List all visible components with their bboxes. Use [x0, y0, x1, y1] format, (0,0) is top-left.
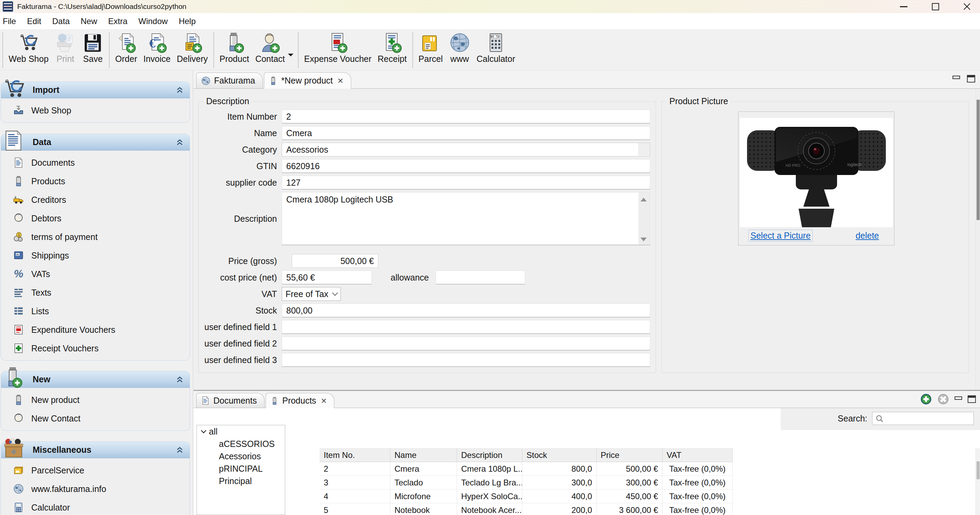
tab-close-icon[interactable]: ×	[338, 76, 343, 86]
tree-expand-chevron-icon[interactable]	[201, 428, 207, 434]
editor-scrollbar-thumb[interactable]	[977, 100, 980, 220]
order-button[interactable]: Order	[112, 30, 140, 65]
contact-button[interactable]: Contact	[252, 30, 288, 65]
window-close-button[interactable]	[956, 0, 978, 13]
gtin-field[interactable]	[282, 159, 650, 173]
collapse-chevron-icon[interactable]	[175, 86, 184, 94]
item-number-field[interactable]	[282, 110, 650, 123]
table-row[interactable]: 4 Microfone HyperX SoloCa... 400,0 450,0…	[320, 489, 975, 503]
sidebar-item-fakturama-info[interactable]: www.fakturama.info	[1, 480, 190, 498]
tree-item[interactable]: aCESSORIOS	[197, 438, 285, 450]
supplier-code-field[interactable]	[282, 176, 650, 190]
sidebar-item-documents[interactable]: Documents	[1, 153, 190, 172]
description-label: Description	[199, 192, 277, 245]
sidebar-header-miscellaneous[interactable]: Miscellaneous	[1, 442, 190, 458]
sidebar-item-products[interactable]: Products	[1, 172, 190, 190]
tree-item[interactable]: pRINCIPAL	[197, 462, 285, 475]
textarea-scrollbar[interactable]	[638, 193, 650, 244]
allowance-field[interactable]	[436, 271, 525, 284]
collapse-chevron-icon[interactable]	[175, 138, 184, 147]
tab-fakturama[interactable]: Fakturama	[196, 73, 263, 88]
sidebar-item-texts[interactable]: Texts	[1, 283, 190, 302]
vat-select[interactable]: Free of Tax	[282, 287, 341, 301]
menu-data[interactable]: Data	[47, 13, 75, 29]
product-bottle-icon	[269, 77, 278, 85]
panel-minimize-icon[interactable]	[955, 396, 962, 400]
floppy-icon	[82, 31, 103, 54]
tree-item[interactable]: Principal	[197, 475, 285, 487]
sidebar-item-terms-of-payment[interactable]: 1 terms of payment	[1, 228, 190, 246]
tab-new-product[interactable]: *New product ×	[264, 72, 351, 89]
tab-documents[interactable]: Documents	[196, 393, 264, 408]
allowance-label: allowance	[360, 271, 429, 284]
price-gross-field[interactable]	[292, 254, 378, 268]
collapse-chevron-icon[interactable]	[175, 446, 184, 454]
sidebar-header-import[interactable]: Import	[1, 82, 190, 98]
sidebar-item-shippings[interactable]: 80 Shippings	[1, 246, 190, 265]
sidebar-item-receipt-vouchers[interactable]: Receipt Vouchers	[1, 339, 190, 357]
udf2-field[interactable]	[282, 336, 650, 350]
parcel-button[interactable]: Parcel	[415, 30, 446, 65]
table-row[interactable]: 2 Cmera Cmera 1080p L... 800,0 500,00 € …	[320, 462, 975, 476]
sidebar-item-parcelservice[interactable]: ParcelService	[1, 461, 190, 480]
editor-minimize-icon[interactable]	[953, 76, 960, 79]
category-field[interactable]	[282, 143, 650, 156]
cost-price-field[interactable]	[282, 271, 372, 284]
tree-item-all[interactable]: all	[197, 425, 285, 438]
menu-new[interactable]: New	[75, 13, 103, 29]
sidebar-item-new-contact[interactable]: New Contact	[1, 409, 190, 428]
tree-item[interactable]: Acessorios	[197, 450, 285, 462]
editor-maximize-icon[interactable]	[967, 75, 975, 83]
sidebar-header-new[interactable]: New	[1, 371, 190, 388]
editor-scrollbar[interactable]	[975, 89, 980, 390]
sidebar-item-lists[interactable]: Lists	[1, 302, 190, 320]
search-input[interactable]	[872, 412, 974, 424]
menu-edit[interactable]: Edit	[22, 13, 47, 29]
sidebar-header-data[interactable]: Data	[1, 134, 190, 151]
name-field[interactable]	[282, 126, 650, 140]
delete-product-button[interactable]	[937, 393, 949, 405]
delivery-button[interactable]: Delivery	[173, 30, 211, 65]
sidebar-item-debtors[interactable]: Debtors	[1, 209, 190, 228]
stock-field[interactable]	[282, 304, 650, 317]
sidebar-item-new-product[interactable]: New product	[1, 391, 190, 409]
sidebar-item-calculator[interactable]: Calculator	[1, 498, 190, 515]
toolbar: Web Shop Print Save Order € Invoice Deli…	[0, 29, 980, 70]
invoice-button[interactable]: € Invoice	[140, 30, 173, 65]
save-button[interactable]: Save	[79, 30, 107, 65]
tab-products-list[interactable]: Products ×	[266, 393, 334, 408]
delete-picture-link[interactable]: delete	[856, 231, 879, 241]
sidebar-item-vats[interactable]: % VATs	[1, 265, 190, 283]
sidebar-item-expenditure-vouchers[interactable]: Expenditure Vouchers	[1, 320, 190, 339]
window-minimize-button[interactable]	[893, 0, 915, 13]
table-row[interactable]: 5 Notebook Notebook Acer... 200,0 3 600,…	[320, 503, 975, 515]
print-button[interactable]: Print	[51, 30, 79, 65]
collapse-chevron-icon[interactable]	[175, 375, 184, 384]
tab-close-icon[interactable]: ×	[321, 396, 326, 406]
category-combo-end[interactable]	[638, 143, 650, 156]
horizontal-splitter[interactable]	[194, 390, 980, 391]
panel-maximize-icon[interactable]	[967, 395, 976, 403]
receipt-button[interactable]: Receipt	[375, 30, 410, 65]
table-row[interactable]: 3 Teclado Teclado Lg Bra... 300,0 300,00…	[320, 476, 975, 489]
product-button[interactable]: Product	[216, 30, 252, 65]
udf1-field[interactable]	[282, 320, 650, 334]
menu-help[interactable]: Help	[173, 13, 201, 29]
description-field[interactable]: Cmera 1080p Logitech USB	[282, 192, 650, 245]
webshop-button[interactable]: Web Shop	[5, 30, 51, 65]
window-maximize-button[interactable]	[924, 0, 946, 13]
add-product-button[interactable]	[920, 393, 932, 405]
table-scrollbar[interactable]	[975, 448, 980, 515]
sidebar-item-creditors[interactable]: Creditors	[1, 190, 190, 209]
www-button[interactable]: www	[446, 30, 474, 65]
calculator-button[interactable]: 98.50 Calculator	[474, 30, 519, 65]
menu-file[interactable]: File	[0, 13, 22, 29]
udf3-field[interactable]	[282, 353, 650, 367]
menu-window[interactable]: Window	[133, 13, 173, 29]
expense-voucher-button[interactable]: Expense Voucher	[301, 30, 375, 65]
table-scrollbar-thumb[interactable]	[977, 461, 980, 479]
select-picture-link[interactable]: Select a Picture	[749, 230, 812, 241]
sidebar-item-webshop[interactable]: Web Shop	[1, 101, 190, 120]
menu-extra[interactable]: Extra	[103, 13, 133, 29]
contact-dropdown-caret[interactable]	[288, 54, 293, 59]
